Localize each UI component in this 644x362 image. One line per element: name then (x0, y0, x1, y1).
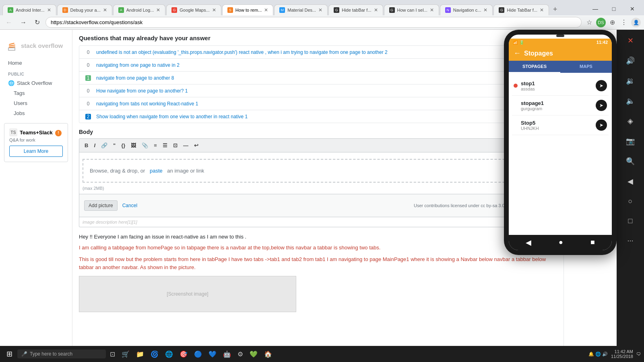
user-avatar[interactable]: 👤 (631, 18, 641, 27)
navigate-icon-2[interactable]: ➤ (596, 119, 607, 131)
reload-button[interactable]: ↻ (32, 17, 42, 28)
question-link-2[interactable]: navigate from one page to another 8 (96, 75, 174, 81)
tab-android-log[interactable]: A Android Log... ✕ (113, 4, 166, 15)
sys-camera-button[interactable]: 📷 (623, 134, 637, 148)
taskbar-icon-vscode[interactable]: 💙 (206, 349, 219, 360)
ul-button[interactable]: ☰ (161, 141, 169, 150)
learn-more-button[interactable]: Learn More (9, 146, 63, 157)
question-link-4[interactable]: navigating from tabs not working React-n… (96, 101, 198, 107)
tab-debug[interactable]: D Debug your a... ✕ (57, 4, 112, 15)
new-tab-button[interactable]: + (550, 4, 561, 15)
image-drop-area[interactable]: Browse, drag & drop, or paste an image o… (83, 159, 553, 183)
tab-close-8[interactable]: ✕ (483, 7, 487, 13)
question-link-0[interactable]: undefined is not an object (evaluating '… (96, 49, 388, 55)
sys-square-button[interactable]: □ (626, 214, 635, 228)
close-button[interactable]: ✕ (623, 2, 642, 15)
question-link-1[interactable]: navigating from one page to native in 2 (96, 62, 180, 68)
undo-button[interactable]: ↩ (192, 141, 200, 150)
navigate-icon-1[interactable]: ➤ (596, 100, 607, 111)
taskbar-icon-home[interactable]: 🏠 (262, 349, 275, 360)
code-button[interactable]: {} (119, 141, 127, 150)
sys-zoom-button[interactable]: 🔍 (623, 154, 637, 168)
bold-button[interactable]: B (83, 141, 90, 150)
question-text-3[interactable]: How navigate from one page to another? 1 (96, 88, 188, 94)
hr-button[interactable]: — (181, 141, 190, 150)
blockquote-button[interactable]: " (111, 141, 118, 150)
question-link-5[interactable]: Show loading when navigate from one view… (96, 114, 248, 119)
tab-navigation[interactable]: N Navigation c... ✕ (440, 4, 493, 15)
taskbar-action-center[interactable]: 🗨 (636, 352, 641, 356)
tab-close-3[interactable]: ✕ (212, 7, 216, 13)
taskbar-search-box[interactable]: 🎤 Type here to search (17, 350, 106, 358)
taskbar-icon-files[interactable]: 📁 (134, 349, 147, 360)
image-button[interactable]: 🖼 (129, 141, 138, 150)
indent-button[interactable]: ⊡ (171, 141, 180, 150)
maximize-button[interactable]: □ (605, 2, 623, 15)
tab-android-inter[interactable]: A Android Inter... ✕ (2, 4, 56, 15)
sidebar-item-tags[interactable]: Tags (4, 88, 68, 98)
editor-area[interactable]: Browse, drag & drop, or paste an image o… (79, 152, 557, 194)
extensions-button[interactable]: ⊕ (608, 17, 617, 28)
sys-volume-down-button[interactable]: 🔉 (623, 74, 637, 88)
sys-more-button[interactable]: ··· (625, 234, 636, 247)
forward-button[interactable]: → (18, 17, 29, 28)
taskbar-icon-edge[interactable]: 🌀 (148, 349, 161, 360)
tab-hide-tabbar[interactable]: G Hide tabBar f... ✕ (328, 4, 383, 15)
minimize-button[interactable]: — (586, 2, 605, 15)
profile-avatar[interactable]: DS (596, 18, 606, 27)
question-text-4[interactable]: navigating from tabs not working React-n… (96, 101, 198, 107)
tab-how-to-rem[interactable]: S How to rem... ✕ (222, 4, 273, 15)
taskbar-icon-app1[interactable]: 🎯 (177, 349, 190, 360)
tab-how-can-i[interactable]: G How can I sel... ✕ (384, 4, 439, 15)
italic-button[interactable]: I (92, 141, 97, 150)
start-button[interactable]: ⊞ (3, 348, 16, 360)
question-text-2[interactable]: navigate from one page to another 8 (96, 75, 174, 81)
back-button[interactable]: ← (3, 17, 14, 28)
add-picture-button[interactable]: Add picture (84, 200, 118, 211)
tab-close-2[interactable]: ✕ (156, 7, 160, 13)
settings-button[interactable]: ⋮ (619, 17, 629, 28)
taskbar-icon-chrome[interactable]: 🔵 (192, 349, 204, 360)
taskbar-clock[interactable]: 11:42 AM 11/25/2018 (611, 349, 633, 359)
taskbar-icon-task-view[interactable]: ⊡ (107, 349, 118, 360)
sidebar-item-home[interactable]: Home (4, 58, 68, 68)
sidebar-item-users[interactable]: Users (4, 98, 68, 108)
question-text-5[interactable]: Show loading when navigate from one view… (96, 113, 248, 119)
phone-tab-maps[interactable]: MAPS (560, 61, 612, 73)
ol-button[interactable]: ≡ (152, 141, 159, 150)
question-text-0[interactable]: undefined is not an object (evaluating '… (96, 49, 388, 55)
tab-close-6[interactable]: ✕ (374, 7, 378, 13)
tab-material-des[interactable]: M Material Des... ✕ (274, 4, 328, 15)
sys-circle-button[interactable]: ○ (626, 195, 635, 208)
phone-tab-stopages[interactable]: STOPAGES (509, 61, 560, 73)
taskbar-icon-green[interactable]: 💚 (247, 349, 260, 360)
tab-hide-tabbar-2[interactable]: G Hide TabBar f... ✕ (493, 4, 549, 15)
address-input[interactable] (45, 17, 582, 28)
question-text-1[interactable]: navigating from one page to native in 2 (96, 62, 180, 68)
tab-close-0[interactable]: ✕ (47, 7, 51, 13)
sys-close-button[interactable]: ✕ (625, 34, 636, 47)
attachment-button[interactable]: 📎 (140, 141, 150, 150)
question-link-3[interactable]: How navigate from one page to another? 1 (96, 88, 188, 94)
tab-close-4[interactable]: ✕ (264, 7, 268, 13)
navigate-icon-0[interactable]: ➤ (596, 80, 607, 91)
sys-mute-button[interactable]: 🔈 (623, 94, 637, 108)
paste-link[interactable]: paste (150, 168, 163, 174)
tab-close-5[interactable]: ✕ (318, 7, 322, 13)
tab-close-9[interactable]: ✕ (540, 7, 544, 13)
tab-google-maps[interactable]: G Google Maps... ✕ (166, 4, 221, 15)
taskbar-icon-ie[interactable]: 🌐 (163, 349, 175, 360)
phone-home-button[interactable]: ● (559, 238, 563, 247)
sys-back-button[interactable]: ◀ (625, 175, 636, 188)
sidebar-item-jobs[interactable]: Jobs (4, 108, 68, 118)
phone-recent-button[interactable]: ■ (590, 238, 595, 247)
bookmark-button[interactable]: ☆ (585, 17, 594, 28)
cancel-upload-button[interactable]: Cancel (121, 200, 139, 211)
taskbar-icon-android[interactable]: 🤖 (221, 349, 233, 360)
sidebar-item-stack-overflow[interactable]: 🌐 Stack Overflow (4, 78, 68, 88)
phone-back-button[interactable]: ← (514, 49, 521, 58)
sys-diamond-button[interactable]: ◈ (625, 114, 636, 128)
tab-close-7[interactable]: ✕ (430, 7, 434, 13)
link-button[interactable]: 🔗 (99, 141, 109, 150)
tab-close-1[interactable]: ✕ (103, 7, 107, 13)
